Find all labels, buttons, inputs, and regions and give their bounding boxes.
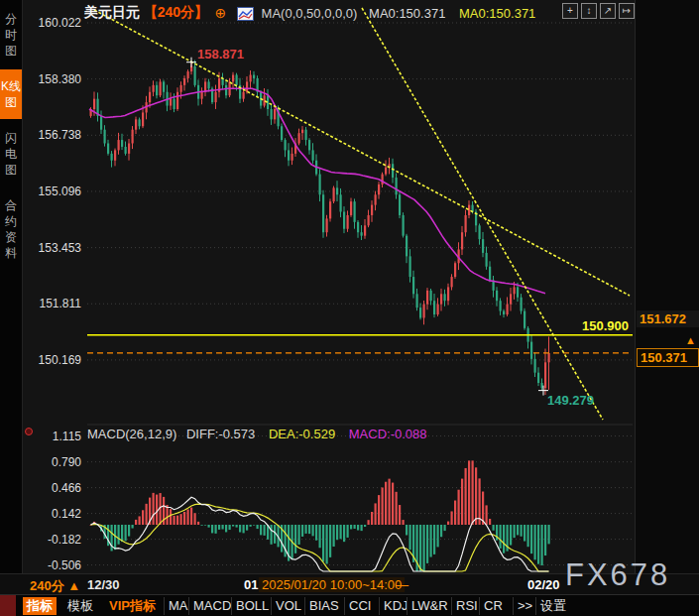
trading-app-window: 分时图K线图闪电图合约资料 美元日元 【240分】 ⊕ MA(0,0,50,0,… <box>0 0 699 616</box>
toolbar-item-LWR[interactable]: LW&R <box>407 597 452 615</box>
toolbar-item-[interactable]: 模板 <box>63 597 97 615</box>
triangle-up-icon: ▲ <box>67 578 80 593</box>
watermark-logo: FX678 <box>565 557 670 593</box>
tab-contract-info[interactable]: 合约资料 <box>0 188 22 270</box>
tab-flash-chart[interactable]: 闪电图 <box>0 121 22 186</box>
period-label: 【240分】 <box>144 4 208 20</box>
toolbar-item-CR[interactable]: CR <box>479 597 507 615</box>
toolbar-item-MACD[interactable]: MACD <box>188 597 235 615</box>
scale-vertical-icon[interactable]: ↕ <box>581 3 597 19</box>
symbol-name: 美元日元 <box>84 4 140 20</box>
time-dash: — <box>396 577 408 592</box>
price-axis-label-left: 153.453 <box>26 241 81 255</box>
ma0-value-highlight: MA0:150.371 <box>459 6 535 21</box>
macd-axis-label-left: 0.142 <box>26 507 81 521</box>
scale-horizontal-icon[interactable]: ↦ <box>619 3 635 19</box>
chart-header: 美元日元 【240分】 ⊕ MA(0,0,50,0,0,0) MA0:150.3… <box>84 4 535 22</box>
macd-layer <box>90 460 550 571</box>
low-price-annotation: 149.279 <box>547 393 594 408</box>
move-icon[interactable]: + <box>562 3 578 19</box>
corner-button[interactable] <box>0 595 16 616</box>
toolbar-item-BIAS[interactable]: BIAS <box>304 597 343 615</box>
price-axis-label-left: 156.738 <box>26 128 81 142</box>
macd-axis-label-left: -0.182 <box>26 533 81 547</box>
add-indicator-icon[interactable]: ⊕ <box>215 5 227 21</box>
price-axis-label-left: 160.022 <box>26 16 81 30</box>
ma-settings-label: MA(0,0,50,0,0,0) <box>262 6 358 21</box>
macd-hist-value: MACD:-0.088 <box>349 427 427 441</box>
price-axis-label-left: 158.380 <box>26 72 81 86</box>
ma0-value: MA0:150.371 <box>369 6 445 21</box>
toolbar-item-[interactable]: 设置 <box>535 597 570 615</box>
scale-diagonal-icon[interactable]: ↗ <box>600 3 616 19</box>
trendline-1 <box>94 10 630 296</box>
candlestick-chart[interactable] <box>87 0 635 573</box>
sidebar: 分时图K线图闪电图合约资料 <box>0 0 23 573</box>
window-toolbar: +↕↗↦ <box>562 3 635 19</box>
macd-axis-label-left: 0.790 <box>26 455 81 469</box>
resistance-line-label: 150.900 <box>555 318 629 333</box>
price-axis-label-left: 151.811 <box>26 297 81 310</box>
indicator-toolbar: 指标模板VIP指标MAMACDBOLLVOLBIASCCIKDJLW&RRSIC… <box>0 594 699 616</box>
gridlines-layer <box>87 23 633 565</box>
toolbar-item-VIP[interactable]: VIP指标 <box>105 597 160 615</box>
macd-diff-value: DIFF:-0.573 <box>186 427 255 441</box>
macd-dea-value: DEA:-0.529 <box>269 427 335 441</box>
indicator-marker-dot <box>25 428 33 435</box>
toolbar-item-[interactable]: >> <box>513 597 536 615</box>
macd-axis-label-left: -0.506 <box>26 558 81 572</box>
macd-header: MACD(26,12,9) DIFF:-0.573 DEA:-0.529 MAC… <box>87 427 427 441</box>
price-up-arrow-icon: ▲ <box>685 334 696 346</box>
toolbar-item-BOLL[interactable]: BOLL <box>231 597 273 615</box>
current-price-badge: 150.371 <box>637 348 699 367</box>
date-tick-end: 02/20 <box>527 577 560 592</box>
price-axis-label-left: 150.169 <box>26 353 81 367</box>
macd-title: MACD(26,12,9) <box>87 427 176 441</box>
macd-axis-label-left: 1.115 <box>26 430 81 443</box>
tab-candlestick-chart[interactable]: K线图 <box>0 69 22 119</box>
toolbar-item-RSI[interactable]: RSI <box>451 597 482 615</box>
timeframe-label[interactable]: 240分 ▲ <box>30 577 80 595</box>
trendline-2 <box>362 8 603 420</box>
month-tick: 01 <box>244 577 258 592</box>
price-axis-label-left: 155.096 <box>26 185 81 198</box>
right-price-panel: 151.672 150.371 ▲ <box>635 0 699 573</box>
toolbar-item-[interactable]: 指标 <box>23 597 57 615</box>
candles-layer <box>90 61 550 395</box>
toolbar-item-CCI[interactable]: CCI <box>344 597 375 615</box>
toolbar-item-VOL[interactable]: VOL <box>271 597 305 615</box>
price-label-secondary: 151.672 <box>637 310 699 327</box>
chart-type-icon[interactable] <box>237 7 254 21</box>
selected-bar-time: 2025/01/20 10:00~14:00 <box>259 577 405 592</box>
macd-axis-label-left: 0.466 <box>26 481 81 495</box>
tab-time-share-chart[interactable]: 分时图 <box>0 2 22 67</box>
peak-price-annotation: 158.871 <box>197 47 244 62</box>
date-tick-start: 12/30 <box>87 577 120 592</box>
